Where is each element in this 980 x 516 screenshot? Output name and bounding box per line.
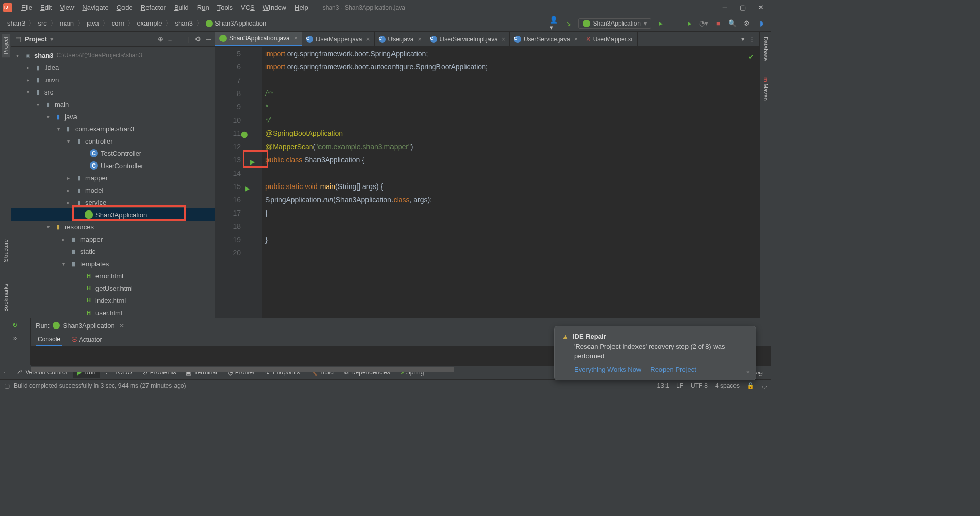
gear-icon[interactable]: ⚙ bbox=[195, 35, 201, 43]
navigation-bar: shan3〉 src〉 main〉 java〉 com〉 example〉 sh… bbox=[0, 15, 771, 32]
collapse-all-icon[interactable]: ≣ bbox=[177, 35, 183, 43]
spring-icon bbox=[53, 322, 60, 329]
editor-area: Shan3Application.java× CUserMapper.java×… bbox=[215, 32, 760, 318]
menu-navigate[interactable]: Navigate bbox=[78, 2, 112, 13]
rerun-icon[interactable]: ↻ bbox=[12, 321, 18, 329]
crumb-src[interactable]: src bbox=[36, 18, 48, 28]
annotation-red-box bbox=[72, 205, 186, 221]
minimize-icon[interactable]: ─ bbox=[723, 4, 727, 11]
panel-title[interactable]: Project bbox=[24, 35, 47, 43]
profile-icon[interactable]: ◔▾ bbox=[699, 19, 708, 28]
crumb-root[interactable]: shan3 bbox=[5, 18, 27, 28]
spring-icon bbox=[206, 20, 213, 27]
spring-icon bbox=[583, 20, 590, 27]
status-message: Build completed successfully in 3 sec, 9… bbox=[14, 382, 186, 389]
app-logo-icon bbox=[3, 3, 12, 12]
crumb-example[interactable]: example bbox=[135, 18, 164, 28]
menu-help[interactable]: Help bbox=[290, 2, 312, 13]
user-icon[interactable]: 👤▾ bbox=[550, 19, 559, 28]
close-icon[interactable]: ✕ bbox=[758, 4, 764, 11]
more-icon[interactable]: » bbox=[13, 334, 17, 342]
notification-popup: ▲IDE Repair 'Rescan Project Indexes' rec… bbox=[554, 326, 756, 380]
warning-icon: ▲ bbox=[562, 333, 569, 340]
menu-vcs[interactable]: VCS bbox=[237, 2, 259, 13]
status-readonly-icon[interactable]: 🔓 bbox=[747, 382, 754, 389]
tool-window-quick-icon[interactable]: ▫ bbox=[4, 369, 6, 376]
tab-actuator[interactable]: ⦿ Actuator bbox=[69, 334, 104, 345]
tab-project[interactable]: Project bbox=[2, 34, 10, 57]
title-bar: File Edit View Navigate Code Refactor Bu… bbox=[0, 0, 771, 15]
menu-edit[interactable]: Edit bbox=[36, 2, 56, 13]
tab-structure[interactable]: Structure bbox=[2, 236, 10, 265]
run-icon[interactable]: ▸ bbox=[656, 19, 666, 28]
tab-dropdown-icon[interactable]: ▾ bbox=[741, 35, 745, 43]
menu-view[interactable]: View bbox=[56, 2, 78, 13]
select-opened-icon[interactable]: ⊕ bbox=[158, 35, 163, 43]
close-icon[interactable]: × bbox=[120, 322, 124, 330]
project-tree[interactable]: ▾▣shan3C:\Users\哈\IdeaProjects\shan3 ▸▮.… bbox=[11, 47, 215, 318]
chevron-down-icon[interactable]: ⌄ bbox=[745, 367, 751, 374]
run-config-name: Shan3Application bbox=[63, 322, 114, 330]
status-indent[interactable]: 4 spaces bbox=[715, 382, 740, 389]
menu-window[interactable]: Window bbox=[259, 2, 290, 13]
crumb-class[interactable]: Shan3Application bbox=[204, 18, 268, 28]
tab-usermapper[interactable]: CUserMapper.java× bbox=[302, 32, 375, 47]
notification-action-works[interactable]: Everything Works Now bbox=[574, 366, 641, 373]
settings-icon[interactable]: ⚙ bbox=[742, 19, 751, 28]
spring-icon bbox=[219, 35, 227, 42]
menu-tools[interactable]: Tools bbox=[213, 2, 237, 13]
stop-icon[interactable]: ■ bbox=[714, 19, 723, 28]
crumb-java[interactable]: java bbox=[85, 18, 101, 28]
status-caret-pos[interactable]: 13:1 bbox=[657, 382, 669, 389]
hammer-icon[interactable]: ↘ bbox=[564, 19, 573, 28]
tab-userservice[interactable]: CUserService.java× bbox=[510, 32, 582, 47]
window-title: shan3 - Shan3Application.java bbox=[323, 4, 405, 11]
crumb-main[interactable]: main bbox=[58, 18, 76, 28]
tab-database[interactable]: Database bbox=[762, 34, 770, 64]
status-line-sep[interactable]: LF bbox=[676, 382, 683, 389]
avatar-icon[interactable]: ◗ bbox=[756, 19, 766, 28]
menu-build[interactable]: Build bbox=[170, 2, 193, 13]
right-tool-gutter: Database m Maven bbox=[760, 32, 771, 318]
project-panel: ▤ Project ▾ ⊕ ≡ ≣ | ⚙ ─ ▾▣shan3C:\Users\… bbox=[11, 32, 215, 318]
menu-refactor[interactable]: Refactor bbox=[137, 2, 170, 13]
expand-all-icon[interactable]: ≡ bbox=[168, 35, 173, 43]
menu-file[interactable]: File bbox=[17, 2, 36, 13]
tool-windows-icon[interactable]: ▢ bbox=[4, 382, 10, 389]
crumb-pkg[interactable]: shan3 bbox=[173, 18, 195, 28]
crumb-com[interactable]: com bbox=[110, 18, 127, 28]
chevron-down-icon[interactable]: ▾ bbox=[50, 35, 54, 43]
menu-run[interactable]: Run bbox=[193, 2, 213, 13]
notification-action-reopen[interactable]: Reopen Project bbox=[650, 366, 696, 373]
notification-body: 'Rescan Project Indexes' recovery step (… bbox=[574, 342, 749, 361]
maximize-icon[interactable]: ▢ bbox=[740, 4, 746, 11]
tab-more-icon[interactable]: ⋮ bbox=[749, 35, 755, 43]
tab-maven[interactable]: m Maven bbox=[762, 74, 770, 104]
search-icon[interactable]: 🔍 bbox=[728, 19, 737, 28]
menu-code[interactable]: Code bbox=[113, 2, 137, 13]
notification-title: IDE Repair bbox=[573, 333, 606, 340]
debug-icon[interactable]: ⌯ bbox=[671, 19, 680, 28]
run-config-selector[interactable]: Shan3Application▾ bbox=[578, 18, 651, 29]
tab-bookmarks[interactable]: Bookmarks bbox=[2, 280, 10, 315]
hide-icon[interactable]: ─ bbox=[206, 35, 211, 43]
gutter-icons[interactable]: ⬤ ▶ ▶ bbox=[248, 47, 262, 318]
status-bar: ▢ Build completed successfully in 3 sec,… bbox=[0, 379, 771, 391]
line-numbers: 567891011121314151617181920 bbox=[215, 47, 248, 318]
close-icon[interactable]: × bbox=[294, 35, 298, 42]
divider-icon: | bbox=[188, 35, 189, 43]
code-editor[interactable]: ✔ 567891011121314151617181920 ⬤ ▶ ▶ impo… bbox=[215, 47, 760, 318]
left-tool-gutter: Project Structure Bookmarks bbox=[0, 32, 11, 318]
spring-gutter-icon[interactable]: ⬤ bbox=[241, 128, 248, 141]
status-widget-icon[interactable]: ◡ bbox=[762, 382, 767, 389]
run-title-label: Run: bbox=[36, 322, 50, 330]
coverage-icon[interactable]: ▸ bbox=[685, 19, 694, 28]
status-encoding[interactable]: UTF-8 bbox=[691, 382, 708, 389]
tab-shan3application[interactable]: Shan3Application.java× bbox=[215, 32, 302, 47]
tab-usermapperxml[interactable]: XUserMapper.xr bbox=[582, 32, 638, 47]
run-method-icon[interactable]: ▶ bbox=[245, 182, 250, 195]
tab-console[interactable]: Console bbox=[36, 334, 62, 346]
tab-userserviceimpl[interactable]: CUserServiceImpl.java× bbox=[426, 32, 510, 47]
tab-user[interactable]: CUser.java× bbox=[375, 32, 426, 47]
editor-tabs: Shan3Application.java× CUserMapper.java×… bbox=[215, 32, 760, 47]
